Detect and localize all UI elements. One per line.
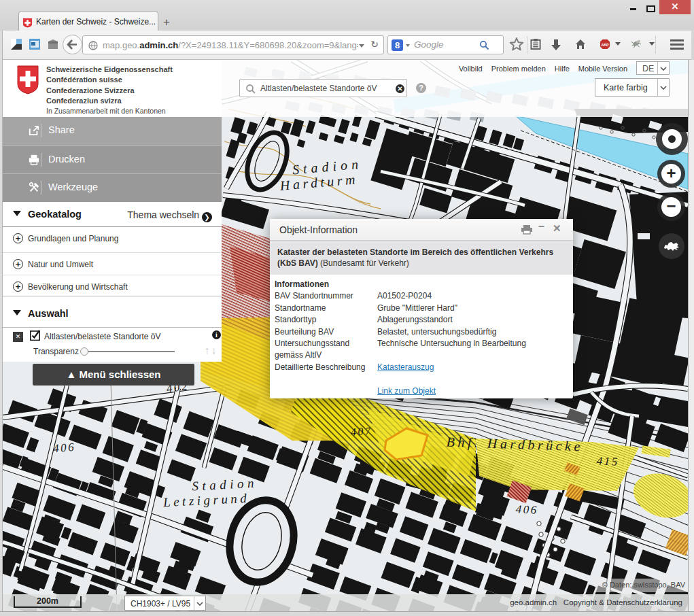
svg-text:ABP: ABP [601,43,609,47]
svg-text:415: 415 [596,454,619,468]
svg-text:407: 407 [350,425,372,438]
svg-text:406: 406 [52,441,75,455]
svg-text:406: 406 [515,502,538,517]
